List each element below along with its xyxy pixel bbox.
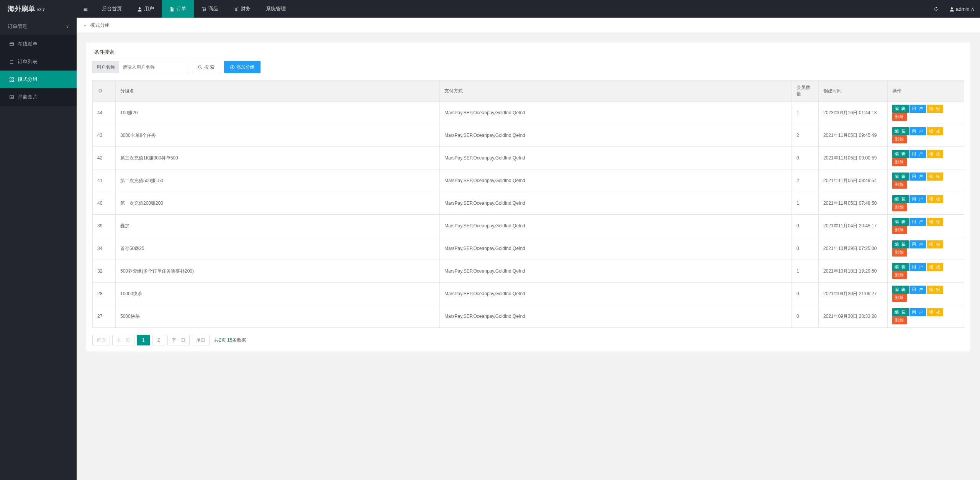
edit-button[interactable]: 编 辑 bbox=[892, 105, 909, 113]
edit-button[interactable]: 编 辑 bbox=[892, 150, 909, 158]
page-first[interactable]: 首页 bbox=[92, 335, 110, 345]
edit-button[interactable]: 编 辑 bbox=[892, 173, 909, 181]
delete-button[interactable]: 删除 bbox=[892, 135, 907, 143]
edit-button[interactable]: 编 辑 bbox=[892, 308, 909, 316]
cell-name: 第二次充值500赚150 bbox=[116, 169, 440, 192]
edit-button[interactable]: 编 辑 bbox=[892, 263, 909, 271]
user-button[interactable]: 用 户 bbox=[910, 308, 926, 316]
user-menu[interactable]: admin ∧ bbox=[944, 0, 980, 18]
th-pay: 支付方式 bbox=[439, 81, 792, 102]
template-button[interactable]: 模 板 bbox=[927, 263, 943, 271]
delete-button[interactable]: 删除 bbox=[892, 203, 907, 211]
th-name: 分组名 bbox=[116, 81, 440, 102]
edit-button[interactable]: 编 辑 bbox=[892, 195, 909, 203]
page-prev[interactable]: 上一页 bbox=[112, 335, 134, 345]
sidebar-item-dispatch[interactable]: 在线派单 bbox=[0, 35, 77, 53]
nav-product[interactable]: 商品 bbox=[194, 0, 226, 18]
delete-button[interactable]: 删除 bbox=[892, 294, 907, 302]
sidebar-item-orderlist[interactable]: 订单列表 bbox=[0, 53, 77, 71]
page-1[interactable]: 1 bbox=[137, 335, 150, 345]
nav-label: 后台首页 bbox=[102, 5, 122, 12]
cell-id: 34 bbox=[93, 237, 116, 260]
nav-label: 系统管理 bbox=[266, 5, 286, 12]
template-button[interactable]: 模 板 bbox=[927, 150, 943, 158]
nav-home[interactable]: 后台首页 bbox=[94, 0, 129, 18]
nav-system[interactable]: 系统管理 bbox=[258, 0, 293, 18]
page-2[interactable]: 2 bbox=[152, 335, 165, 345]
nav-label: 商品 bbox=[208, 5, 218, 12]
delete-button[interactable]: 删除 bbox=[892, 248, 907, 256]
template-button[interactable]: 模 板 bbox=[927, 127, 943, 135]
cell-time: 2021年11月05日 07:48:50 bbox=[819, 192, 888, 215]
menu-toggle-icon[interactable] bbox=[77, 6, 94, 12]
template-button[interactable]: 模 板 bbox=[927, 195, 943, 203]
delete-button[interactable]: 删除 bbox=[892, 113, 907, 121]
nav-finance[interactable]: 财务 bbox=[226, 0, 258, 18]
user-button[interactable]: 用 户 bbox=[910, 127, 926, 135]
delete-button[interactable]: 删除 bbox=[892, 226, 907, 234]
sidebar-item-modegroup[interactable]: 模式分组 bbox=[0, 71, 77, 88]
sidebar-item-label: 模式分组 bbox=[18, 71, 38, 88]
table-row: 39叠加MarsPay,SEP,Oceanpay,GoldInd,QeInd02… bbox=[93, 215, 964, 237]
page-next[interactable]: 下一页 bbox=[167, 335, 190, 345]
template-button[interactable]: 模 板 bbox=[927, 105, 943, 113]
breadcrumb: » 模式分组 bbox=[77, 18, 980, 33]
svg-rect-4 bbox=[12, 80, 14, 82]
template-button[interactable]: 模 板 bbox=[927, 173, 943, 181]
plus-circle-icon bbox=[230, 64, 235, 70]
cart-icon bbox=[202, 6, 206, 12]
add-group-button[interactable]: 添加分组 bbox=[224, 61, 261, 73]
sidebar-group-order[interactable]: 订单管理 ∨ bbox=[0, 18, 77, 35]
cell-pay: MarsPay,SEP,Oceanpay,GoldInd,QeInd bbox=[439, 260, 792, 283]
cell-name: 100赚20 bbox=[116, 102, 440, 124]
delete-button[interactable]: 删除 bbox=[892, 316, 907, 324]
svg-point-7 bbox=[198, 66, 201, 68]
image-icon bbox=[9, 88, 15, 106]
breadcrumb-arrow-icon: » bbox=[84, 23, 86, 28]
search-button[interactable]: 搜 索 bbox=[192, 61, 220, 73]
refresh-button[interactable] bbox=[928, 0, 944, 18]
user-button[interactable]: 用 户 bbox=[910, 218, 926, 226]
list-icon bbox=[9, 53, 15, 71]
nav-user[interactable]: 用户 bbox=[129, 0, 162, 18]
cell-action: 编 辑用 户模 板删除 bbox=[888, 169, 964, 192]
template-button[interactable]: 模 板 bbox=[927, 240, 943, 248]
user-button[interactable]: 用 户 bbox=[910, 240, 926, 248]
edit-button[interactable]: 编 辑 bbox=[892, 286, 909, 294]
user-button[interactable]: 用 户 bbox=[910, 195, 926, 203]
user-button[interactable]: 用 户 bbox=[910, 263, 926, 271]
template-button[interactable]: 模 板 bbox=[927, 286, 943, 294]
template-button[interactable]: 模 板 bbox=[927, 308, 943, 316]
cell-time: 2021年11月05日 09:00:59 bbox=[819, 147, 888, 169]
delete-button[interactable]: 删除 bbox=[892, 158, 907, 166]
cell-name: 3000卡单8个任务 bbox=[116, 124, 440, 147]
cell-id: 44 bbox=[93, 102, 116, 124]
page-last[interactable]: 尾页 bbox=[192, 335, 210, 345]
cell-id: 40 bbox=[93, 192, 116, 215]
cell-pay: MarsPay,SEP,Oceanpay,GoldInd,QeInd bbox=[439, 305, 792, 328]
nav-order[interactable]: 订单 bbox=[162, 0, 194, 18]
edit-button[interactable]: 编 辑 bbox=[892, 127, 909, 135]
edit-button[interactable]: 编 辑 bbox=[892, 240, 909, 248]
edit-button[interactable]: 编 辑 bbox=[892, 218, 909, 226]
sidebar-item-popupimage[interactable]: 弹窗图片 bbox=[0, 88, 77, 106]
template-button[interactable]: 模 板 bbox=[927, 218, 943, 226]
username-input[interactable] bbox=[119, 61, 188, 73]
svg-rect-1 bbox=[10, 78, 11, 79]
user-button[interactable]: 用 户 bbox=[910, 150, 926, 158]
delete-button[interactable]: 删除 bbox=[892, 181, 907, 189]
input-label: 用户名称 bbox=[93, 61, 119, 73]
user-button[interactable]: 用 户 bbox=[910, 173, 926, 181]
cell-id: 27 bbox=[93, 305, 116, 328]
user-button[interactable]: 用 户 bbox=[910, 105, 926, 113]
user-button[interactable]: 用 户 bbox=[910, 286, 926, 294]
cell-name: 第三次充值1K赚300补单500 bbox=[116, 147, 440, 169]
svg-rect-0 bbox=[10, 43, 14, 46]
table-row: 32500养套组(多个订单任务需要补200)MarsPay,SEP,Oceanp… bbox=[93, 260, 964, 283]
cell-action: 编 辑用 户模 板删除 bbox=[888, 215, 964, 237]
table-row: 44100赚20MarsPay,SEP,Oceanpay,GoldInd,QeI… bbox=[93, 102, 964, 124]
cell-pay: MarsPay,SEP,Oceanpay,GoldInd,QeInd bbox=[439, 192, 792, 215]
svg-point-6 bbox=[11, 96, 11, 97]
table-row: 34首存50赚25MarsPay,SEP,Oceanpay,GoldInd,Qe… bbox=[93, 237, 964, 260]
delete-button[interactable]: 删除 bbox=[892, 271, 907, 279]
